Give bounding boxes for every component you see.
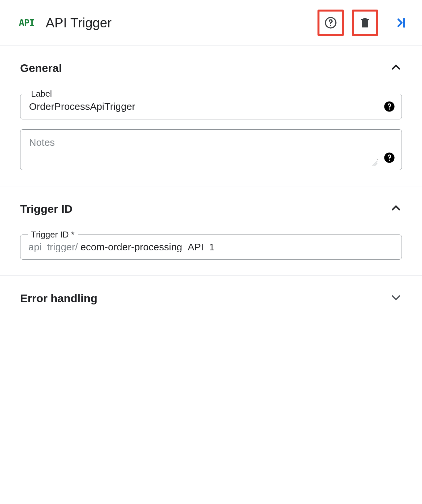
- chevron-down-icon: [390, 292, 402, 305]
- help-button-highlight: [317, 10, 344, 36]
- help-filled-icon: [384, 101, 395, 112]
- notes-field[interactable]: [20, 129, 402, 170]
- help-icon: [324, 16, 337, 29]
- trigger-id-prefix: api_trigger/: [28, 241, 78, 253]
- section-trigger-id-title: Trigger ID: [20, 203, 73, 215]
- label-field-label: Label: [28, 89, 55, 99]
- section-error-handling-title: Error handling: [20, 292, 97, 305]
- notes-help-button[interactable]: [384, 152, 395, 163]
- resize-grip-icon: [371, 160, 378, 167]
- section-error-handling: Error handling: [0, 276, 422, 330]
- chevron-up-icon: [390, 202, 402, 215]
- section-trigger-id: Trigger ID Trigger ID * api_trigger/ eco…: [0, 186, 422, 276]
- panel-header: API API Trigger: [0, 0, 422, 46]
- svg-line-8: [375, 163, 377, 166]
- collapse-panel-button[interactable]: [393, 15, 408, 31]
- section-error-handling-header[interactable]: Error handling: [20, 276, 402, 314]
- api-trigger-panel: API API Trigger: [0, 0, 422, 504]
- label-field-wrapper: Label: [20, 94, 402, 119]
- svg-point-6: [389, 160, 390, 161]
- label-help-button[interactable]: [384, 101, 395, 112]
- trigger-id-value: ecom-order-processing_API_1: [80, 241, 215, 253]
- api-badge-icon: API: [19, 17, 35, 28]
- delete-button[interactable]: [358, 16, 372, 29]
- help-button[interactable]: [324, 16, 337, 29]
- chevron-up-icon: [390, 61, 402, 75]
- notes-textarea[interactable]: [28, 136, 378, 160]
- section-trigger-id-header[interactable]: Trigger ID: [20, 186, 402, 225]
- header-actions: [317, 10, 408, 36]
- trigger-id-field-label: Trigger ID *: [28, 230, 78, 240]
- section-general-header[interactable]: General: [20, 46, 402, 84]
- notes-field-wrapper: [20, 129, 402, 170]
- collapse-right-icon: [394, 16, 407, 30]
- section-general: General Label: [0, 46, 422, 186]
- svg-point-4: [389, 109, 390, 110]
- section-general-title: General: [20, 62, 62, 75]
- trash-icon: [359, 16, 371, 29]
- trigger-id-field-wrapper: Trigger ID * api_trigger/ ecom-order-pro…: [20, 235, 402, 260]
- label-field[interactable]: Label: [20, 94, 402, 119]
- label-input[interactable]: [28, 101, 378, 112]
- panel-title: API Trigger: [46, 16, 317, 30]
- svg-point-1: [330, 25, 331, 26]
- help-filled-icon: [384, 152, 395, 163]
- trigger-id-field[interactable]: Trigger ID * api_trigger/ ecom-order-pro…: [20, 235, 402, 260]
- delete-button-highlight: [352, 10, 378, 36]
- svg-line-7: [373, 161, 377, 166]
